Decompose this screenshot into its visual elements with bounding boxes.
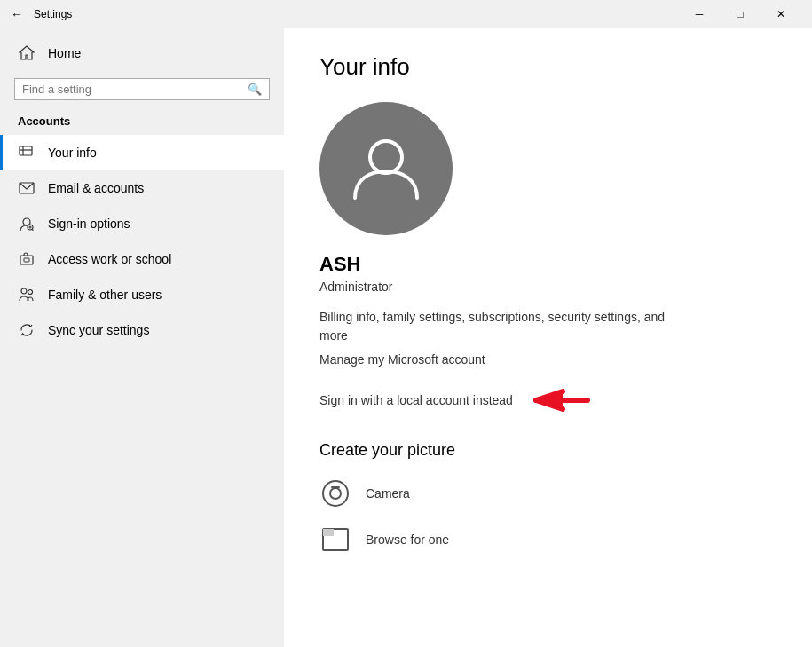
user-name: ASH [319, 253, 777, 276]
user-role: Administrator [319, 280, 777, 294]
search-icon: 🔍 [248, 83, 262, 96]
sidebar-item-label: Family & other users [48, 288, 162, 302]
main-content: Your info ASH Administrator Billing info… [284, 28, 812, 647]
window-controls: ─ □ ✕ [679, 0, 801, 28]
svg-point-15 [323, 481, 348, 506]
avatar [319, 102, 453, 235]
sidebar: Home 🔍 Accounts Your info [0, 28, 284, 647]
arrow-indicator [527, 388, 598, 413]
sidebar-item-label: Access work or school [48, 252, 171, 266]
home-icon [18, 44, 35, 62]
sidebar-item-sync[interactable]: Sync your settings [0, 312, 284, 348]
camera-icon [319, 477, 351, 509]
sidebar-item-family[interactable]: Family & other users [0, 277, 284, 312]
sidebar-item-label: Your info [48, 146, 97, 160]
browse-label: Browse for one [366, 533, 449, 547]
svg-rect-9 [24, 258, 29, 262]
create-picture-title: Create your picture [319, 441, 777, 460]
sign-in-link-row: Sign in with a local account instead [319, 388, 777, 413]
browse-option[interactable]: Browse for one [319, 524, 777, 556]
app-title: Settings [34, 8, 679, 20]
camera-label: Camera [366, 486, 410, 501]
family-icon [18, 286, 35, 304]
back-button[interactable]: ← [11, 7, 23, 21]
home-label: Home [48, 46, 81, 60]
billing-info: Billing info, family settings, subscript… [319, 308, 692, 345]
sidebar-item-signin[interactable]: Sign-in options [0, 206, 284, 241]
work-icon [18, 250, 35, 268]
close-button[interactable]: ✕ [761, 0, 801, 28]
user-icon [18, 144, 35, 162]
page-title: Your info [319, 53, 777, 81]
search-input[interactable] [22, 83, 248, 96]
sign-in-local-link[interactable]: Sign in with a local account instead [319, 393, 513, 407]
camera-option[interactable]: Camera [319, 477, 777, 509]
sidebar-item-your-info[interactable]: Your info [0, 135, 284, 170]
sidebar-item-label: Sync your settings [48, 323, 149, 337]
sidebar-item-work[interactable]: Access work or school [0, 241, 284, 277]
email-icon [18, 179, 35, 197]
app-body: Home 🔍 Accounts Your info [0, 28, 812, 647]
svg-rect-8 [20, 256, 33, 264]
svg-point-12 [370, 141, 402, 173]
sidebar-home[interactable]: Home [0, 36, 284, 71]
svg-rect-19 [323, 529, 334, 536]
section-title: Accounts [0, 111, 284, 135]
sidebar-item-email[interactable]: Email & accounts [0, 170, 284, 206]
browse-icon [319, 524, 351, 556]
sidebar-item-label: Sign-in options [48, 217, 130, 231]
red-arrow-icon [527, 388, 598, 413]
search-box[interactable]: 🔍 [14, 78, 270, 100]
signin-icon [18, 215, 35, 233]
avatar-icon [346, 127, 426, 210]
minimize-button[interactable]: ─ [679, 0, 720, 28]
svg-point-11 [28, 290, 33, 295]
svg-rect-17 [331, 486, 340, 488]
sidebar-item-label: Email & accounts [48, 181, 144, 195]
manage-account-link[interactable]: Manage my Microsoft account [319, 352, 777, 367]
titlebar: ← Settings ─ □ ✕ [0, 0, 812, 28]
svg-point-16 [330, 488, 341, 499]
svg-point-10 [21, 288, 27, 294]
maximize-button[interactable]: □ [720, 0, 761, 28]
sync-icon [18, 321, 35, 339]
svg-rect-0 [20, 146, 32, 155]
